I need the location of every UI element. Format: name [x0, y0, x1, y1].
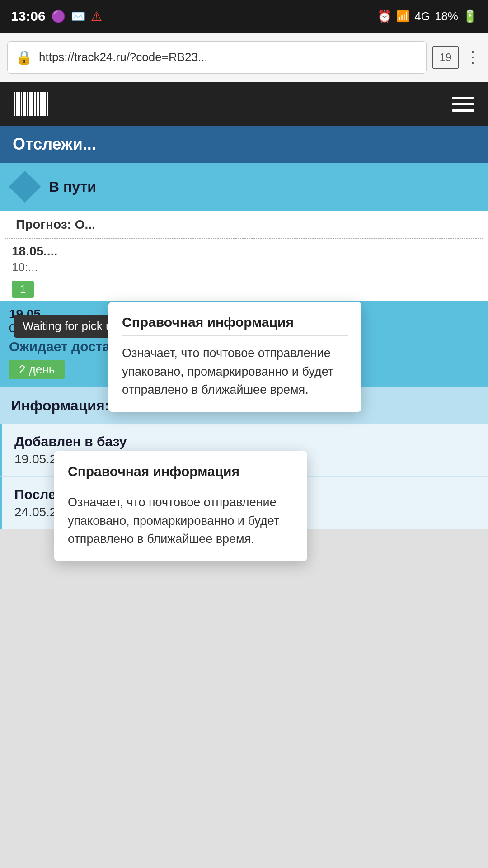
timeline-section: 18.05.... 10:... 1 — [0, 239, 488, 301]
status-bar: 13:06 🟣 ✉️ ⚠ ⏰ 📶 4G 18% 🔋 — [0, 0, 488, 33]
popup-1-body: Означает, что почтовое отправление упако… — [122, 344, 348, 399]
timeline-date-1: 18.05.... — [5, 239, 483, 260]
popup-1: Справочная информация Означает, что почт… — [108, 302, 361, 412]
email-icon: ✉️ — [71, 9, 85, 24]
popup-2-body: Означает, что почтовое отправление упако… — [68, 493, 294, 548]
status-icon-box — [9, 171, 41, 203]
alarm-icon: ⏰ — [377, 9, 392, 24]
network-label: 4G — [414, 9, 430, 24]
status-bar-left: 13:06 🟣 ✉️ ⚠ — [11, 9, 102, 24]
diamond-icon — [9, 171, 41, 203]
carrier-icon: 🟣 — [51, 9, 66, 24]
status-bar-right: ⏰ 📶 4G 18% 🔋 — [377, 9, 477, 24]
forecast-section: Прогноз: О... — [5, 211, 483, 239]
app-header — [0, 82, 488, 126]
browser-bar: 🔒 https://track24.ru/?code=RB23... 19 ⋮ — [0, 33, 488, 82]
forecast-text: Прогноз: О... — [16, 217, 95, 231]
warning-icon: ⚠ — [91, 9, 102, 24]
battery-icon: 🔋 — [463, 9, 477, 24]
status-time: 13:06 — [11, 9, 46, 24]
popup-2: Справочная информация Означает, что почт… — [54, 451, 307, 561]
popup-2-title: Справочная информация — [68, 464, 294, 485]
timeline-time-1: 10:... — [5, 260, 483, 278]
tracking-header: Отслежи... — [0, 126, 488, 163]
tab-count[interactable]: 19 — [432, 46, 459, 69]
browser-menu-dots[interactable]: ⋮ — [465, 48, 481, 67]
status-text: В пути — [49, 179, 96, 195]
barcode-icon — [14, 92, 59, 116]
tracking-title: Отслежи... — [13, 135, 475, 154]
status-section: В пути — [0, 163, 488, 211]
day-badge: 2 день — [9, 360, 65, 379]
battery-label: 18% — [435, 9, 458, 24]
info-card-label-0: Добавлен в базу — [14, 434, 475, 452]
hamburger-menu[interactable] — [452, 97, 474, 112]
signal-icon: 📶 — [396, 10, 410, 23]
lock-icon: 🔒 — [16, 49, 33, 65]
status-badge-1: 1 — [12, 281, 34, 298]
page-content: Отслежи... В пути Прогноз: О... 18.05...… — [0, 126, 488, 529]
url-text[interactable]: https://track24.ru/?code=RB23... — [39, 50, 418, 64]
popup-1-title: Справочная информация — [122, 315, 348, 336]
url-bar[interactable]: 🔒 https://track24.ru/?code=RB23... — [7, 41, 427, 74]
